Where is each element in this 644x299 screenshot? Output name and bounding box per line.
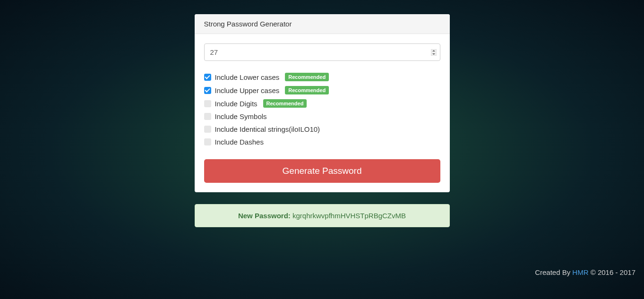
checkbox-uppercase[interactable] [204,87,211,94]
result-label: New Password: [238,212,292,220]
label-lowercase[interactable]: Include Lower cases [215,73,280,81]
result-value: kgrqhrkwvpfhmHVHSTpRBgCZvMB [292,212,406,220]
recommended-badge: Recommended [285,73,329,81]
checkbox-dashes[interactable] [204,138,211,145]
length-input-wrapper [204,43,440,61]
label-identical[interactable]: Include Identical strings(iloILO10) [215,125,320,133]
label-digits[interactable]: Include Digits [215,100,258,108]
footer-suffix: © 2016 - 2017 [589,268,635,276]
password-result-box: New Password: kgrqhrkwvpfhmHVHSTpRBgCZvM… [195,204,450,227]
recommended-badge: Recommended [285,86,329,94]
label-symbols[interactable]: Include Symbols [215,112,267,120]
recommended-badge: Recommended [263,99,307,108]
checkbox-lowercase[interactable] [204,74,211,81]
panel-title: Strong Password Generator [195,14,450,34]
footer-prefix: Created By [535,268,572,276]
footer-author-link[interactable]: HMR [572,268,588,276]
generate-password-button[interactable]: Generate Password [204,159,440,183]
footer: Created By HMR © 2016 - 2017 [535,268,635,276]
panel-body: Include Lower casesRecommendedInclude Up… [195,34,450,192]
option-row-symbols: Include Symbols [204,112,440,120]
option-row-identical: Include Identical strings(iloILO10) [204,125,440,133]
option-row-dashes: Include Dashes [204,138,440,146]
generator-panel: Strong Password Generator Include Lower … [195,14,450,192]
checkbox-digits[interactable] [204,100,211,107]
label-dashes[interactable]: Include Dashes [215,138,264,146]
checkbox-symbols[interactable] [204,113,211,120]
checkbox-identical[interactable] [204,126,211,133]
option-row-lowercase: Include Lower casesRecommended [204,73,440,81]
option-row-digits: Include DigitsRecommended [204,99,440,108]
label-uppercase[interactable]: Include Upper cases [215,86,280,94]
option-row-uppercase: Include Upper casesRecommended [204,86,440,94]
password-length-input[interactable] [204,43,440,61]
